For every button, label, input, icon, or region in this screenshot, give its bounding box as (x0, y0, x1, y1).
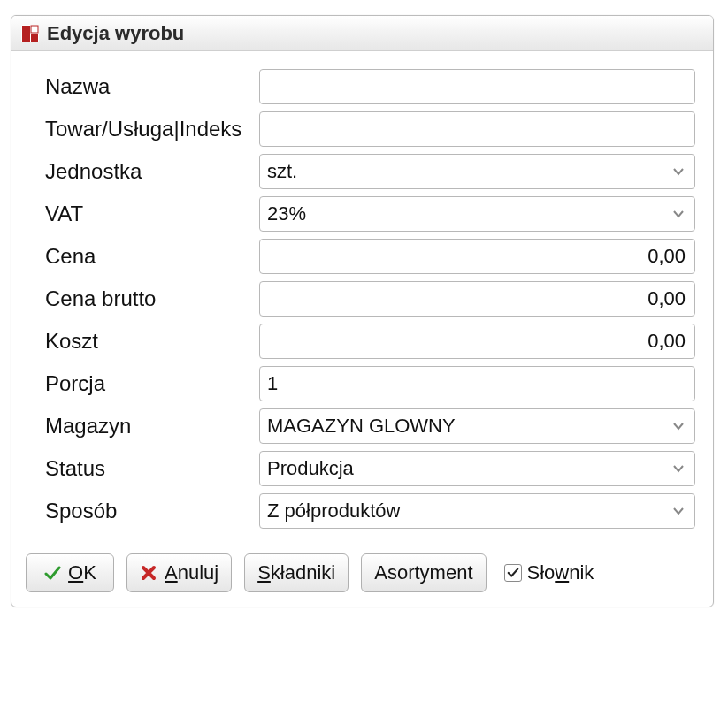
label-jednostka: Jednostka (29, 159, 259, 184)
combo-jednostka[interactable]: szt. (259, 154, 695, 189)
app-icon (20, 24, 40, 43)
input-cena-brutto[interactable] (259, 281, 695, 317)
cross-icon (140, 564, 157, 582)
label-magazyn: Magazyn (29, 414, 259, 439)
ok-button[interactable]: OK (26, 553, 114, 592)
ok-button-label: OK (68, 561, 96, 584)
input-cena[interactable] (259, 239, 695, 274)
label-sposob: Sposób (29, 499, 259, 523)
label-status: Status (29, 456, 259, 481)
input-towar-indeks[interactable] (259, 111, 695, 147)
combo-status-value: Produkcja (267, 457, 668, 480)
chevron-down-icon (668, 462, 689, 475)
row-vat: VAT 23% (29, 196, 695, 232)
svg-rect-1 (22, 26, 30, 42)
label-nazwa: Nazwa (29, 74, 259, 99)
label-koszt: Koszt (29, 329, 259, 354)
combo-magazyn-value: MAGAZYN GLOWNY (267, 415, 668, 438)
slownik-checkbox-wrap: Słownik (504, 561, 594, 584)
row-koszt: Koszt (29, 324, 695, 359)
label-towar-indeks: Towar/Usługa|Indeks (29, 117, 259, 141)
row-status: Status Produkcja (29, 451, 695, 486)
cancel-button[interactable]: Anuluj (126, 553, 232, 592)
titlebar: Edycja wyrobu (11, 16, 713, 51)
slownik-checkbox[interactable] (504, 564, 522, 582)
chevron-down-icon (668, 208, 689, 220)
row-magazyn: Magazyn MAGAZYN GLOWNY (29, 408, 695, 444)
chevron-down-icon (668, 165, 689, 178)
chevron-down-icon (668, 505, 689, 517)
row-sposob: Sposób Z półproduktów (29, 493, 695, 529)
check-icon (43, 564, 61, 582)
row-nazwa: Nazwa (29, 69, 695, 104)
combo-sposob[interactable]: Z półproduktów (259, 493, 695, 529)
label-vat: VAT (29, 202, 259, 226)
row-porcja: Porcja (29, 366, 695, 401)
asortyment-button[interactable]: Asortyment (361, 553, 486, 592)
row-towar-indeks: Towar/Usługa|Indeks (29, 111, 695, 147)
combo-status[interactable]: Produkcja (259, 451, 695, 486)
combo-vat[interactable]: 23% (259, 196, 695, 232)
skladniki-button-label: Składniki (257, 561, 335, 584)
dialog-window: Edycja wyrobu Nazwa Towar/Usługa|Indeks … (11, 15, 714, 607)
row-jednostka: Jednostka szt. (29, 154, 695, 189)
label-cena: Cena (29, 244, 259, 269)
input-koszt[interactable] (259, 324, 695, 359)
input-nazwa[interactable] (259, 69, 695, 104)
label-cena-brutto: Cena brutto (29, 286, 259, 311)
form-area: Nazwa Towar/Usługa|Indeks Jednostka szt. (11, 51, 713, 545)
svg-rect-2 (31, 26, 38, 33)
combo-jednostka-value: szt. (267, 160, 668, 183)
input-porcja[interactable] (259, 366, 695, 401)
button-bar: OK Anuluj Składniki Asortyment (11, 545, 713, 607)
svg-rect-3 (31, 34, 38, 42)
row-cena-brutto: Cena brutto (29, 281, 695, 317)
combo-sposob-value: Z półproduktów (267, 500, 668, 523)
skladniki-button[interactable]: Składniki (244, 553, 349, 592)
window-title: Edycja wyrobu (47, 22, 184, 45)
asortyment-button-label: Asortyment (374, 561, 472, 584)
slownik-checkbox-label: Słownik (527, 561, 594, 584)
row-cena: Cena (29, 239, 695, 274)
chevron-down-icon (668, 420, 689, 432)
label-porcja: Porcja (29, 371, 259, 396)
combo-magazyn[interactable]: MAGAZYN GLOWNY (259, 408, 695, 444)
cancel-button-label: Anuluj (165, 561, 218, 584)
combo-vat-value: 23% (267, 202, 668, 225)
